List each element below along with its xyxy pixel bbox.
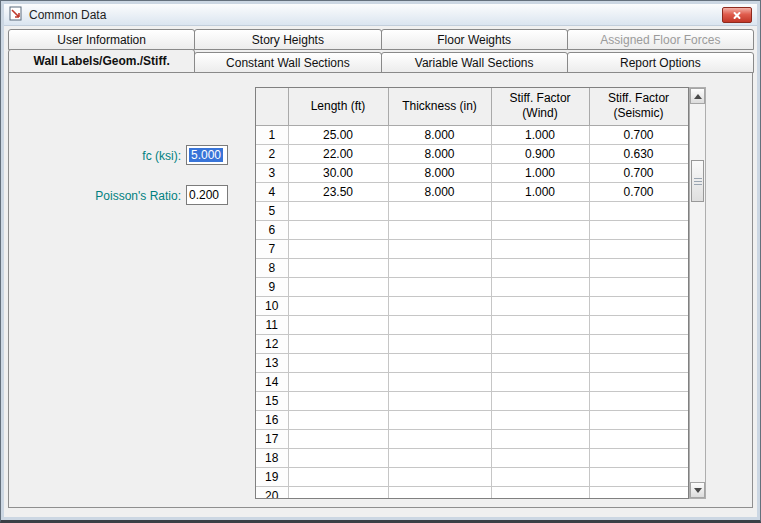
table-cell[interactable] <box>589 220 688 239</box>
tab-variable-wall-sections[interactable]: Variable Wall Sections <box>381 52 568 73</box>
table-cell[interactable] <box>491 410 589 429</box>
row-number-cell[interactable]: 19 <box>256 467 288 486</box>
tab-constant-wall-sections[interactable]: Constant Wall Sections <box>194 52 381 73</box>
tab-wall-labels-geom-stiff[interactable]: Wall Labels/Geom./Stiff. <box>8 49 195 73</box>
table-cell[interactable]: 8.000 <box>388 182 491 201</box>
table-cell[interactable]: 8.000 <box>388 144 491 163</box>
tab-user-information[interactable]: User Information <box>8 29 195 50</box>
table-cell[interactable] <box>589 372 688 391</box>
table-cell[interactable]: 8.000 <box>388 125 491 144</box>
title-bar[interactable]: Common Data <box>4 4 757 26</box>
table-cell[interactable] <box>288 486 388 499</box>
col-header-thickness[interactable]: Thickness (in) <box>388 88 491 125</box>
row-number-cell[interactable]: 7 <box>256 239 288 258</box>
table-cell[interactable] <box>288 353 388 372</box>
row-number-cell[interactable]: 11 <box>256 315 288 334</box>
table-cell[interactable] <box>589 277 688 296</box>
table-cell[interactable] <box>388 372 491 391</box>
row-number-cell[interactable]: 8 <box>256 258 288 277</box>
table-cell[interactable] <box>388 410 491 429</box>
table-cell[interactable] <box>388 429 491 448</box>
scrollbar-thumb[interactable] <box>691 160 704 202</box>
table-cell[interactable]: 0.900 <box>491 144 589 163</box>
table-cell[interactable] <box>388 258 491 277</box>
poisson-ratio-input[interactable]: 0.200 <box>186 185 228 205</box>
table-cell[interactable]: 1.000 <box>491 182 589 201</box>
table-cell[interactable] <box>589 315 688 334</box>
row-number-cell[interactable]: 20 <box>256 486 288 499</box>
table-cell[interactable] <box>491 467 589 486</box>
table-cell[interactable] <box>589 239 688 258</box>
row-number-cell[interactable]: 17 <box>256 429 288 448</box>
table-cell[interactable]: 0.700 <box>589 182 688 201</box>
table-cell[interactable] <box>491 353 589 372</box>
table-cell[interactable] <box>288 372 388 391</box>
table-cell[interactable]: 22.00 <box>288 144 388 163</box>
table-cell[interactable] <box>491 486 589 499</box>
row-number-cell[interactable]: 10 <box>256 296 288 315</box>
tab-report-options[interactable]: Report Options <box>567 52 754 73</box>
table-cell[interactable]: 0.700 <box>589 163 688 182</box>
table-cell[interactable] <box>288 277 388 296</box>
tab-story-heights[interactable]: Story Heights <box>194 29 381 50</box>
table-cell[interactable] <box>288 258 388 277</box>
table-cell[interactable] <box>491 372 589 391</box>
table-cell[interactable] <box>288 296 388 315</box>
table-cell[interactable] <box>491 429 589 448</box>
table-cell[interactable]: 23.50 <box>288 182 388 201</box>
scroll-up-button[interactable] <box>690 88 705 104</box>
table-cell[interactable]: 30.00 <box>288 163 388 182</box>
table-cell[interactable] <box>491 220 589 239</box>
table-cell[interactable] <box>491 391 589 410</box>
table-cell[interactable] <box>589 258 688 277</box>
table-cell[interactable] <box>491 239 589 258</box>
table-cell[interactable] <box>288 201 388 220</box>
table-cell[interactable] <box>388 201 491 220</box>
tab-floor-weights[interactable]: Floor Weights <box>381 29 568 50</box>
row-number-cell[interactable]: 2 <box>256 144 288 163</box>
table-cell[interactable] <box>388 296 491 315</box>
row-number-cell[interactable]: 13 <box>256 353 288 372</box>
row-number-cell[interactable]: 18 <box>256 448 288 467</box>
fc-input[interactable]: 5.000 <box>186 145 228 165</box>
table-cell[interactable] <box>388 486 491 499</box>
row-number-cell[interactable]: 3 <box>256 163 288 182</box>
table-cell[interactable] <box>589 448 688 467</box>
row-number-cell[interactable]: 12 <box>256 334 288 353</box>
row-number-cell[interactable]: 5 <box>256 201 288 220</box>
table-cell[interactable] <box>589 353 688 372</box>
table-cell[interactable] <box>491 277 589 296</box>
table-cell[interactable] <box>288 467 388 486</box>
table-cell[interactable] <box>388 448 491 467</box>
table-cell[interactable] <box>288 391 388 410</box>
table-cell[interactable] <box>388 220 491 239</box>
row-number-cell[interactable]: 15 <box>256 391 288 410</box>
table-cell[interactable] <box>589 429 688 448</box>
table-cell[interactable] <box>491 201 589 220</box>
table-cell[interactable] <box>491 315 589 334</box>
table-cell[interactable] <box>288 448 388 467</box>
table-cell[interactable] <box>589 201 688 220</box>
table-cell[interactable] <box>288 239 388 258</box>
grid-scrollbar[interactable] <box>689 87 706 499</box>
col-header-stiff-factor-wind[interactable]: Stiff. Factor (Wind) <box>491 88 589 125</box>
table-cell[interactable] <box>589 334 688 353</box>
row-number-cell[interactable]: 9 <box>256 277 288 296</box>
table-cell[interactable] <box>388 239 491 258</box>
table-cell[interactable] <box>589 467 688 486</box>
scroll-down-button[interactable] <box>690 482 705 498</box>
table-cell[interactable] <box>589 486 688 499</box>
close-button[interactable] <box>722 7 752 23</box>
row-number-cell[interactable]: 4 <box>256 182 288 201</box>
col-header-stiff-factor-seismic[interactable]: Stiff. Factor (Seismic) <box>589 88 688 125</box>
table-cell[interactable] <box>288 315 388 334</box>
table-cell[interactable] <box>388 391 491 410</box>
table-cell[interactable] <box>288 410 388 429</box>
table-cell[interactable] <box>288 334 388 353</box>
row-number-cell[interactable]: 6 <box>256 220 288 239</box>
table-cell[interactable] <box>589 296 688 315</box>
table-cell[interactable] <box>388 277 491 296</box>
table-cell[interactable] <box>388 467 491 486</box>
table-cell[interactable] <box>288 220 388 239</box>
table-cell[interactable]: 8.000 <box>388 163 491 182</box>
